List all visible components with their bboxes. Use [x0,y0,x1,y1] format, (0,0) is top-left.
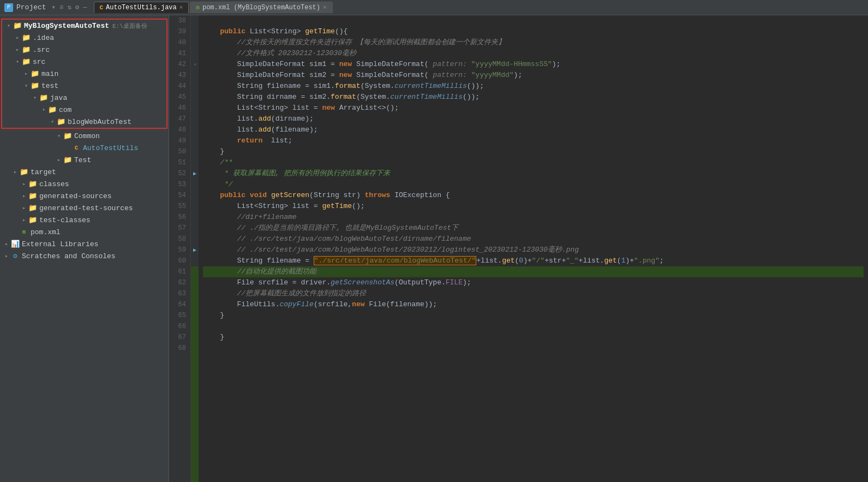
root-label: MyBlogSystemAutoTest [24,22,109,30]
code-line-43: SimpleDateFormat sim2 = new SimpleDateFo… [203,70,864,81]
gc-56 [191,212,199,223]
src-root-folder-icon: 📁 [22,45,31,54]
code-line-46: List<String> list = new ArrayList<>(); [203,103,864,114]
tree-target[interactable]: 📁 target [0,166,169,178]
tree-pomxml[interactable]: m pom.xml [0,226,169,238]
tab-pomxml[interactable]: m pom.xml (MyBlogSystemAutoTest) × [190,2,332,13]
tree-src-root[interactable]: 📁 .src [2,44,166,56]
tree-autotestutils[interactable]: C AutoTestUtils [0,142,169,154]
autotestutils-label: AutoTestUtils [83,144,138,152]
scratches-label: Scratches and Consoles [22,252,116,260]
tree-test[interactable]: 📁 test [2,80,166,92]
src-folder-icon: 📁 [22,57,31,66]
ext-libs-label: External Libraries [22,240,98,248]
ln-48: 48 [173,124,186,135]
testfolder-label: Test [74,156,91,164]
code-editor[interactable]: 38 39 40 41 42 43 44 45 46 47 48 49 50 5… [169,15,868,482]
gc-41 [191,48,199,59]
tree-main[interactable]: 📁 main [2,68,166,80]
ln-59: 59 [173,245,186,255]
project-tree-highlighted: 📁 MyBlogSystemAutoTest E:\桌面备份 📁 .idea 📁… [1,19,167,129]
scratches-arrow [2,252,11,260]
code-line-63: //把屏幕截图生成的文件放到指定的路径 [203,288,864,299]
gc-55 [191,201,199,212]
tree-generated-test-sources[interactable]: 📁 generated-test-sources [0,202,169,214]
gc-61 [191,266,199,482]
code-line-65: } [203,310,864,321]
pomxml-arrow-spacer [11,228,20,236]
gc-39 [191,26,199,37]
ln-61: 61 [173,266,186,277]
code-line-68 [203,343,864,354]
code-line-44: String filename = sim1.format(System.cur… [203,81,864,92]
ln-46: 46 [173,103,186,114]
test-folder-icon: 📁 [31,81,39,90]
tree-com[interactable]: 📁 com [2,104,166,116]
gc-50 [191,146,199,157]
main-folder-icon: 📁 [31,69,39,78]
src-label: src [33,58,45,66]
ln-66: 66 [173,321,186,332]
tree-scratches[interactable]: ⚙ Scratches and Consoles [0,250,169,262]
code-line-39: public List<String> getTime(){ [203,26,864,37]
ln-39: 39 [173,26,186,37]
test-classes-arrow [20,216,28,224]
common-arrow [55,132,63,140]
gc-51 [191,157,199,168]
testfolder-arrow [55,156,63,164]
ln-68: 68 [173,343,186,354]
ln-67: 67 [173,332,186,343]
src-arrow [13,57,22,66]
code-line-66 [203,321,864,332]
tab-close-autotestutils[interactable]: × [179,4,183,11]
tree-external-libs[interactable]: 📊 External Libraries [0,238,169,250]
code-line-61: //自动化提供的截图功能 [203,266,864,277]
gc-43 [191,70,199,81]
gc-57 [191,223,199,234]
ln-55: 55 [173,201,186,212]
code-content[interactable]: public List<String> getTime(){ //文件按天的维度… [199,15,868,482]
tree-java[interactable]: 📁 java [2,92,166,104]
tree-blogwebAutotest[interactable]: 📁 blogWebAutoTest [2,116,166,128]
tree-generated-sources[interactable]: 📁 generated-sources [0,190,169,202]
code-line-45: String dirname = sim2.format(System.curr… [203,92,864,103]
com-label: com [59,106,71,114]
sidebar[interactable]: 📁 MyBlogSystemAutoTest E:\桌面备份 📁 .idea 📁… [0,15,169,482]
com-folder-icon: 📁 [48,105,57,114]
code-line-57: // ./指的是当前的项目路径下, 也就是MyBlogSystemAutoTes… [203,223,864,234]
gc-52: ▶ [191,168,199,179]
code-line-59: // ./src/test/java/com/blogWebAutoTest/2… [203,245,864,255]
tree-common[interactable]: 📁 Common [0,130,169,142]
gc-49 [191,135,199,146]
target-label: target [31,168,56,176]
gc-53 [191,179,199,190]
tree-src[interactable]: 📁 src [2,56,166,68]
code-line-67: } [203,332,864,343]
bp-arrow-42: ⬦ [194,62,196,67]
java-folder-icon: 📁 [39,93,48,102]
tree-classes[interactable]: 📁 classes [0,178,169,190]
classes-arrow [20,180,28,188]
gc-46 [191,103,199,114]
tab-close-pomxml[interactable]: × [323,4,327,11]
src-root-label: .src [33,46,50,54]
title-bar-tabs: C AutoTestUtils.java × m pom.xml (MyBlog… [94,2,333,13]
ln-43: 43 [173,70,186,81]
xml-file-icon: m [196,4,200,11]
tree-test-classes[interactable]: 📁 test-classes [0,214,169,226]
idea-label: .idea [33,34,54,42]
title-bar: P Project ▾ ≡ ⇅ ⚙ — C AutoTestUtils.java… [0,0,868,15]
tree-idea[interactable]: 📁 .idea [2,32,166,44]
code-line-53: */ [203,179,864,190]
tree-testfolder[interactable]: 📁 Test [0,154,169,166]
code-line-51: /** [203,157,864,168]
tab-autotestutils[interactable]: C AutoTestUtils.java × [94,2,189,13]
code-line-52: * 获取屏幕截图, 把所有的用例执行的结果保存下来 [203,168,864,179]
ln-64: 64 [173,299,186,310]
code-line-38 [203,15,864,26]
tab-pomxml-label: pom.xml (MyBlogSystemAutoTest) [202,4,320,11]
autotestutils-arrow-spacer [63,144,72,152]
code-line-40: //文件按天的维度按文件夹进行保存 【每天的测试用例截图都会创建一个新文件夹】 [203,37,864,48]
tree-root[interactable]: 📁 MyBlogSystemAutoTest E:\桌面备份 [2,20,166,32]
ln-52: 52 [173,168,186,179]
